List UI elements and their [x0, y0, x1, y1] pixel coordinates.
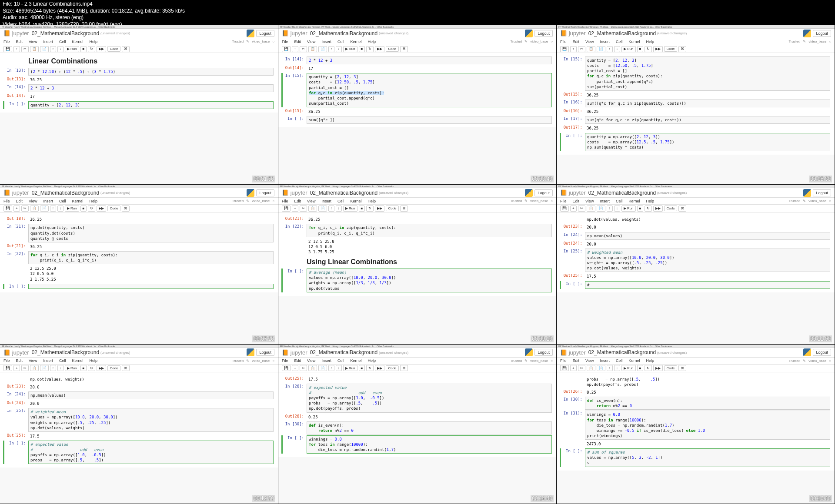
- timestamp: 00:07:20: [252, 335, 275, 342]
- stop-button[interactable]: ■: [80, 46, 87, 52]
- menu-file[interactable]: File: [3, 40, 10, 44]
- thumb-9: FF Weather Hourly Weather.gov Kingston, …: [557, 345, 835, 504]
- thumb-7: FF Weather Hourly Weather.gov Kingston, …: [0, 345, 278, 504]
- cut-button[interactable]: ✂: [21, 46, 29, 52]
- restart-run-button[interactable]: ▶▶: [97, 46, 106, 52]
- menu-bar[interactable]: File Edit View Insert Cell Kernel Help T…: [0, 38, 278, 45]
- thumbnail-grid: FF Weather Hourly Weather.gov Kingston, …: [0, 25, 835, 504]
- code-cell[interactable]: 2 * 12 + 3: [28, 84, 274, 92]
- run-button[interactable]: ▶ Run: [65, 46, 79, 52]
- thumb-1: FF Weather Hourly Weather.gov Kingston, …: [0, 25, 278, 185]
- logout-button[interactable]: Logout: [256, 30, 274, 37]
- trusted-label: Trusted: [232, 40, 244, 43]
- thumb-3: FF Weather Hourly Weather.gov Kingston, …: [557, 25, 835, 185]
- heading-linear-combinations: Linear Combinations: [4, 56, 274, 67]
- code-cell[interactable]: # sum of squares values = np.array([5, 3…: [585, 448, 830, 467]
- code-cell[interactable]: quantity = np.array([2, 12, 3]) costs = …: [585, 133, 830, 151]
- jupyter-logo: 📙 jupyter: [3, 30, 29, 36]
- down-button[interactable]: ↓: [57, 46, 63, 52]
- kernel-name[interactable]: video_base: [252, 40, 270, 43]
- output: 17: [28, 93, 274, 100]
- in-prompt: In [ ]:: [4, 101, 28, 109]
- code-cell[interactable]: sum([q*c ]): [307, 116, 552, 124]
- code-cell[interactable]: quantity = [2, 12, 3]: [28, 101, 274, 109]
- menu-insert[interactable]: Insert: [43, 40, 53, 44]
- output: 36.25: [28, 76, 274, 83]
- menu-cell[interactable]: Cell: [59, 40, 66, 44]
- bookmark-bar: FF Weather Hourly Weather.gov Kingston, …: [0, 25, 278, 29]
- timestamp: 00:05:30: [809, 176, 832, 182]
- save-status: (unsaved changes): [100, 31, 130, 35]
- code-cell[interactable]: [28, 284, 274, 289]
- out-prompt: Out[14]:: [4, 93, 28, 100]
- menu-help[interactable]: Help: [89, 40, 97, 44]
- in-prompt: In [13]:: [4, 68, 28, 76]
- cell-type-select[interactable]: Code: [107, 46, 120, 52]
- up-button[interactable]: ↑: [50, 46, 56, 52]
- in-prompt: In [14]:: [4, 84, 28, 92]
- code-cell[interactable]: #: [585, 281, 830, 289]
- timestamp: 00:14:40: [531, 495, 554, 502]
- paste-button[interactable]: 📄: [40, 46, 49, 52]
- jupyter-header: 📙 jupyter 02_MathematicalBackground (uns…: [0, 29, 278, 38]
- notebook-area: Linear Combinations In [13]:(2 * 12.50) …: [0, 53, 278, 113]
- notebook-name[interactable]: 02_MathematicalBackground: [32, 30, 99, 36]
- code-cell[interactable]: quantity = [2, 12, 3] costs = [12.50, .5…: [307, 73, 552, 107]
- thumb-2: FF Weather Hourly Weather.gov Kingston, …: [278, 25, 557, 185]
- code-cell[interactable]: # average (mean) values = np.array([10.0…: [307, 269, 552, 292]
- meta-audio: Audio: aac, 48000 Hz, stereo (eng): [3, 14, 832, 21]
- thumb-6: FF Weather Hourly Weather.gov Kingston, …: [557, 185, 835, 344]
- code-cell[interactable]: (2 * 12.50) + (12 * .5) + (3 * 1.75): [28, 68, 274, 76]
- timestamp: 00:11:00: [809, 335, 832, 342]
- kernel-status-icon: ○: [272, 40, 274, 43]
- menu-edit[interactable]: Edit: [16, 40, 23, 44]
- code-cell[interactable]: # expected value # odd even payoffs = np…: [28, 441, 274, 464]
- code-cell[interactable]: winnings = 0.0 for toss in range(10000):…: [307, 435, 552, 454]
- bookmark-bar: FF Weather Hourly Weather.gov Kingston, …: [278, 25, 556, 29]
- timestamp: 00:03:40: [531, 176, 554, 182]
- command-palette-button[interactable]: ⌘: [122, 46, 130, 52]
- timestamp: 00:01:50: [252, 176, 275, 182]
- menu-view[interactable]: View: [29, 40, 37, 44]
- out-prompt: Out[13]:: [4, 76, 28, 83]
- add-cell-button[interactable]: +: [13, 46, 20, 52]
- timestamp: 00:16:30: [809, 495, 832, 502]
- heading-using-lc: Using Linear Combinations: [283, 256, 552, 268]
- copy-button[interactable]: 📋: [30, 46, 39, 52]
- thumb-4: FF Weather Hourly Weather.gov Kingston, …: [0, 185, 278, 344]
- meta-file: File: 10 - 2.3 Linear Combinations.mp4: [3, 1, 832, 8]
- toolbar: 💾 + ✂ 📋 📄 ↑ ↓ ▶ Run ■ ↻ ▶▶ Code ⌘: [0, 45, 278, 53]
- meta-size: Size: 486965244 bytes (464.41 MiB), dura…: [3, 8, 832, 15]
- timestamp: 00:09:10: [531, 335, 554, 342]
- save-button[interactable]: 💾: [3, 46, 12, 52]
- python-icon: [247, 30, 254, 37]
- thumb-8: FF Weather Hourly Weather.gov Kingston, …: [278, 345, 557, 504]
- thumb-5: FF Weather Hourly Weather.gov Kingston, …: [278, 185, 557, 344]
- restart-button[interactable]: ↻: [88, 46, 95, 52]
- edit-icon[interactable]: ✎: [246, 40, 249, 43]
- menu-kernel[interactable]: Kernel: [72, 40, 83, 44]
- timestamp: 00:12:50: [252, 495, 275, 502]
